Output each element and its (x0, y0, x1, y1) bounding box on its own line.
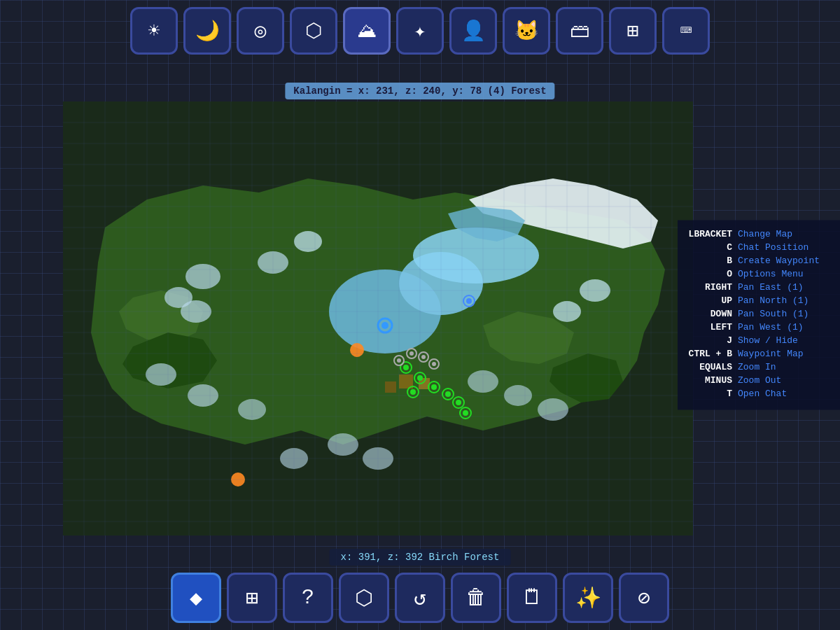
keybind-row: TOpen Chat (689, 388, 829, 399)
key-name: UP (721, 295, 732, 306)
keybind-row: CTRL + BWaypoint Map (689, 349, 829, 359)
svg-rect-13 (385, 382, 396, 393)
key-name: B (727, 255, 732, 266)
svg-point-37 (382, 322, 388, 329)
top-toolbar: ☀🌙◎⬡⛰✦👤🐱🗃⊞⌨ (130, 7, 710, 55)
top-btn-mountain[interactable]: ⛰ (343, 7, 391, 55)
key-name: DOWN (710, 309, 732, 319)
keybind-row: UPPan North (1) (689, 295, 829, 306)
bottom-btn-compass[interactable]: ◆ (171, 573, 221, 623)
key-name: LEFT (710, 322, 732, 332)
top-btn-keyboard[interactable]: ⌨ (662, 7, 710, 55)
svg-point-23 (456, 400, 461, 405)
svg-point-35 (432, 362, 436, 366)
svg-point-15 (403, 365, 409, 370)
svg-point-39 (466, 298, 472, 304)
top-btn-chest[interactable]: 🗃 (556, 7, 603, 55)
top-btn-layers[interactable]: ⬡ (290, 7, 337, 55)
svg-point-19 (431, 384, 437, 390)
top-btn-grid[interactable]: ⊞ (609, 7, 657, 55)
keybind-row: JShow / Hide (689, 335, 829, 346)
key-name: J (727, 335, 732, 346)
keybind-row: LEFTPan West (1) (689, 322, 829, 332)
key-name: LBRACKET (689, 229, 732, 239)
svg-point-21 (445, 391, 451, 397)
key-name: O (727, 269, 732, 279)
key-desc: Change Map (738, 229, 829, 239)
bottom-btn-magic[interactable]: ✨ (563, 573, 613, 623)
top-btn-sun[interactable]: ☀ (130, 7, 178, 55)
bottom-toolbar: ◆⊞?⬡↺🗑🗒✨⊘ (171, 573, 669, 623)
svg-point-46 (294, 231, 322, 252)
keybind-row: OOptions Menu (689, 269, 829, 279)
keybind-row: EQUALSZoom In (689, 362, 829, 372)
map-canvas (63, 102, 693, 536)
svg-point-52 (328, 433, 358, 456)
key-name: MINUS (705, 375, 732, 386)
key-name: RIGHT (705, 282, 732, 293)
top-btn-mob2[interactable]: 👤 (449, 7, 497, 55)
keybind-row: BCreate Waypoint (689, 255, 829, 266)
key-name: T (727, 388, 732, 399)
coord-tooltip: Kalangin = x: 231, z: 240, y: 78 (4) For… (285, 83, 554, 99)
bottom-btn-waypoints[interactable]: ⊞ (227, 573, 277, 623)
keybind-row: MINUSZoom Out (689, 375, 829, 386)
terrain-svg (63, 102, 693, 536)
key-desc: Pan South (1) (738, 309, 829, 319)
key-desc: Pan North (1) (738, 295, 829, 306)
bottom-btn-refresh[interactable]: ↺ (395, 573, 445, 623)
svg-point-27 (410, 389, 416, 395)
key-name: EQUALS (699, 362, 732, 372)
keybind-row: CChat Position (689, 242, 829, 253)
svg-point-42 (186, 264, 220, 289)
top-btn-mob3[interactable]: 🐱 (503, 7, 550, 55)
keybind-panel: LBRACKETChange MapCChat PositionBCreate … (678, 220, 840, 410)
key-desc: Show / Hide (738, 335, 829, 346)
svg-point-57 (538, 398, 568, 421)
key-desc: Zoom In (738, 362, 829, 372)
bottom-coord: x: 391, z: 392 Birch Forest (330, 549, 511, 566)
key-desc: Options Menu (738, 269, 829, 279)
bottom-btn-help[interactable]: ? (283, 573, 333, 623)
key-desc: Pan West (1) (738, 322, 829, 332)
bottom-btn-save[interactable]: 🗒 (507, 573, 557, 623)
top-btn-layers2[interactable]: ◎ (237, 7, 284, 55)
keybind-row: DOWNPan South (1) (689, 309, 829, 319)
svg-point-33 (421, 355, 426, 359)
bottom-btn-delete[interactable]: 🗑 (451, 573, 501, 623)
key-desc: Open Chat (738, 388, 829, 399)
key-desc: Create Waypoint (738, 255, 829, 266)
top-btn-mob1[interactable]: ✦ (396, 7, 444, 55)
key-desc: Chat Position (738, 242, 829, 253)
key-desc: Zoom Out (738, 375, 829, 386)
bottom-coord-text: x: 391, z: 392 Birch Forest (341, 552, 500, 563)
key-desc: Pan East (1) (738, 282, 829, 293)
keybind-row: RIGHTPan East (1) (689, 282, 829, 293)
key-desc: Waypoint Map (738, 349, 829, 359)
coord-tooltip-text: Kalangin = x: 231, z: 240, y: 78 (4) For… (293, 85, 546, 97)
key-name: C (727, 242, 732, 253)
top-btn-moon[interactable]: 🌙 (183, 7, 231, 55)
keybind-row: LBRACKETChange Map (689, 229, 829, 239)
bottom-btn-options[interactable]: ⬡ (339, 573, 389, 623)
bottom-btn-cancel[interactable]: ⊘ (619, 573, 669, 623)
key-name: CTRL + B (689, 349, 732, 359)
svg-point-25 (463, 410, 468, 416)
